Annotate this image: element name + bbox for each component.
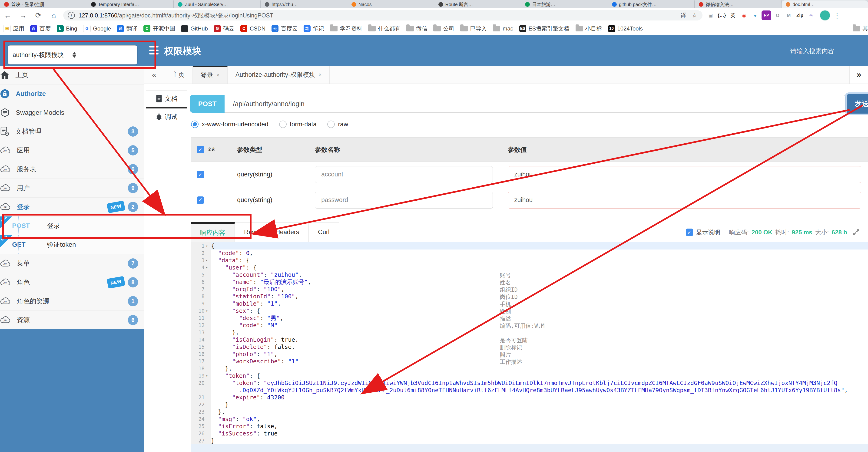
site-info-icon[interactable]: i: [68, 12, 75, 19]
select-all-checkbox[interactable]: ✓: [197, 146, 204, 153]
request-path-input[interactable]: /api/authority/anno/login: [224, 95, 846, 113]
body-type-radio-raw[interactable]: raw: [327, 120, 348, 128]
param-name-input[interactable]: account: [315, 166, 493, 183]
sidebar-op-get-验证token[interactable]: NEWGET验证token: [0, 235, 144, 254]
bookmark-item[interactable]: 小目标: [576, 25, 602, 32]
bookmark-item[interactable]: GGoogle: [83, 25, 111, 32]
body-type-radio-form-data[interactable]: form-data: [279, 120, 317, 128]
bookmark-item[interactable]: GitHub: [181, 25, 208, 32]
sidebar-item-Authorize[interactable]: Authorize: [0, 84, 144, 103]
browser-tab[interactable]: 首映 · 登录/注册: [0, 0, 87, 8]
fullscreen-icon[interactable]: [852, 228, 860, 236]
fold-caret-icon[interactable]: ▾: [206, 265, 210, 270]
param-checkbox[interactable]: ✓: [197, 171, 204, 178]
response-tab-Curl[interactable]: Curl: [309, 222, 339, 242]
address-bar[interactable]: i 127.0.0.1:8760/api/gate/doc.html#/auth…: [63, 10, 703, 21]
extension-json-icon[interactable]: {…}: [717, 10, 727, 20]
bookmark-item[interactable]: G码云: [214, 25, 234, 32]
bookmark-item[interactable]: 百百度: [30, 25, 51, 32]
fold-caret-icon[interactable]: ▾: [206, 309, 210, 313]
bookmark-item[interactable]: 什么都有: [368, 25, 400, 32]
response-tab-Headers[interactable]: Headers: [266, 222, 309, 242]
browser-avatar[interactable]: [820, 10, 830, 21]
content-tab-主页[interactable]: 主页: [164, 66, 193, 84]
browser-tab[interactable]: github pack文件…: [608, 0, 695, 8]
module-select[interactable]: authority-权限模块: [8, 46, 137, 64]
response-tab-响应内容[interactable]: 响应内容: [191, 222, 235, 242]
sidebar-op-post-登录[interactable]: NEWPOST登录: [0, 217, 144, 235]
browser-tab[interactable]: 日本旅游…: [521, 0, 608, 8]
fold-caret-icon[interactable]: ▾: [206, 258, 210, 262]
line-number-gutter[interactable]: 19▾: [191, 372, 211, 379]
extension-globe-icon[interactable]: ●: [750, 10, 760, 20]
line-number-gutter[interactable]: 4▾: [191, 264, 211, 271]
bookmark-item[interactable]: 笔笔记: [304, 25, 324, 32]
bookmark-item[interactable]: bBing: [57, 25, 77, 32]
param-checkbox[interactable]: ✓: [197, 196, 204, 204]
sidebar-item-菜单[interactable]: API菜单7: [0, 254, 144, 273]
sidebar-item-角色[interactable]: API角色NEW8: [0, 273, 144, 292]
sidebar-item-服务表[interactable]: API服务表6: [0, 160, 144, 179]
sidebar-item-登录[interactable]: API登录NEW2: [0, 198, 144, 217]
bookmark-item[interactable]: ▦应用: [3, 25, 24, 32]
bookmark-item[interactable]: ESES搜索引擎文档: [519, 25, 569, 32]
extension-m-icon[interactable]: M: [784, 10, 794, 20]
sidebar-item-角色的资源[interactable]: API角色的资源1: [0, 292, 144, 311]
response-tab-Raw[interactable]: Raw: [235, 222, 266, 242]
close-tab-icon[interactable]: ×: [216, 73, 219, 79]
line-number-gutter[interactable]: 10▾: [191, 307, 211, 314]
back-icon[interactable]: ←: [0, 11, 16, 20]
response-code-editor[interactable]: 1▾{2 "code": 0,3▾ "data": {4▾ "user": {5…: [191, 242, 868, 444]
extension-o-icon[interactable]: O: [773, 10, 782, 20]
extension-rp-icon[interactable]: RP: [762, 10, 771, 20]
hamburger-icon[interactable]: [149, 46, 158, 54]
bookmark-item[interactable]: 101024Tools: [608, 25, 643, 32]
bookmark-item[interactable]: C开源中国: [144, 25, 175, 32]
extension-translate-icon[interactable]: 英: [728, 10, 738, 20]
param-value-input[interactable]: zuihou: [508, 192, 861, 208]
extension-chrome-icon[interactable]: ◉: [739, 10, 749, 20]
param-value-input[interactable]: zuihou: [508, 166, 861, 183]
extension-grid-icon[interactable]: ▣: [706, 10, 715, 20]
bookmark-item[interactable]: 学习资料: [330, 25, 362, 32]
browser-tab[interactable]: Zuul - SampleServ…: [174, 0, 260, 8]
sidebar-item-主页[interactable]: 主页: [0, 66, 144, 84]
param-name-input[interactable]: password: [315, 192, 493, 208]
sidebar-item-资源[interactable]: API资源6: [0, 311, 144, 330]
browser-tab[interactable]: 微信输入法…: [694, 0, 781, 8]
bookmark-item[interactable]: 公司: [433, 25, 454, 32]
rail-tab-调试[interactable]: 调试: [146, 107, 187, 125]
send-button[interactable]: 发送: [847, 94, 868, 114]
browser-tab[interactable]: doc.html…: [781, 0, 868, 8]
extension-gitzip-icon[interactable]: Zip: [795, 10, 805, 20]
bookmark-item[interactable]: 译翻译: [117, 25, 137, 32]
header-search-input[interactable]: 请输入搜索内容: [790, 47, 834, 55]
content-tab-Authorize-authority-权限模块[interactable]: Authorize-authority-权限模块×: [227, 66, 330, 84]
tab-overflow-icon[interactable]: »: [849, 66, 868, 84]
content-tab-登录[interactable]: 登录×: [193, 66, 227, 84]
browser-tab[interactable]: https://zhu…: [260, 0, 347, 8]
browser-menu-icon[interactable]: ⋮: [834, 11, 841, 20]
bookmark-item[interactable]: mac: [493, 25, 513, 32]
forward-icon[interactable]: →: [16, 11, 31, 20]
bookmark-star-icon[interactable]: ☆: [692, 12, 698, 19]
bookmark-item[interactable]: 云百度云: [272, 25, 298, 32]
reload-icon[interactable]: ⟳: [31, 11, 46, 20]
rail-tab-文档[interactable]: 文档: [146, 90, 187, 107]
collapse-sidebar-icon[interactable]: «: [144, 66, 164, 84]
bookmark-item[interactable]: 已导入: [460, 25, 487, 32]
body-type-radio-x-www-form-urlencoded[interactable]: x-www-form-urlencoded: [191, 120, 269, 128]
browser-tab[interactable]: Nacos: [347, 0, 434, 8]
bookmark-item[interactable]: CCSDN: [240, 25, 266, 32]
extension-asterisk-icon[interactable]: ✳: [806, 10, 816, 20]
editor-scrollbar[interactable]: [191, 444, 868, 452]
sidebar-item-应用[interactable]: API应用5: [0, 141, 144, 160]
sidebar-item-Swagger Models[interactable]: Swagger Models: [0, 103, 144, 122]
fold-caret-icon[interactable]: ▾: [206, 244, 210, 248]
sidebar-item-文档管理[interactable]: 文档管理3: [0, 122, 144, 141]
bookmark-item[interactable]: 微信: [406, 25, 427, 32]
bookmark-other-folder[interactable]: 其: [849, 22, 868, 35]
browser-tab[interactable]: Route 断言…: [434, 0, 521, 8]
home-icon[interactable]: ⌂: [46, 11, 61, 20]
translate-icon[interactable]: 译: [680, 11, 686, 20]
